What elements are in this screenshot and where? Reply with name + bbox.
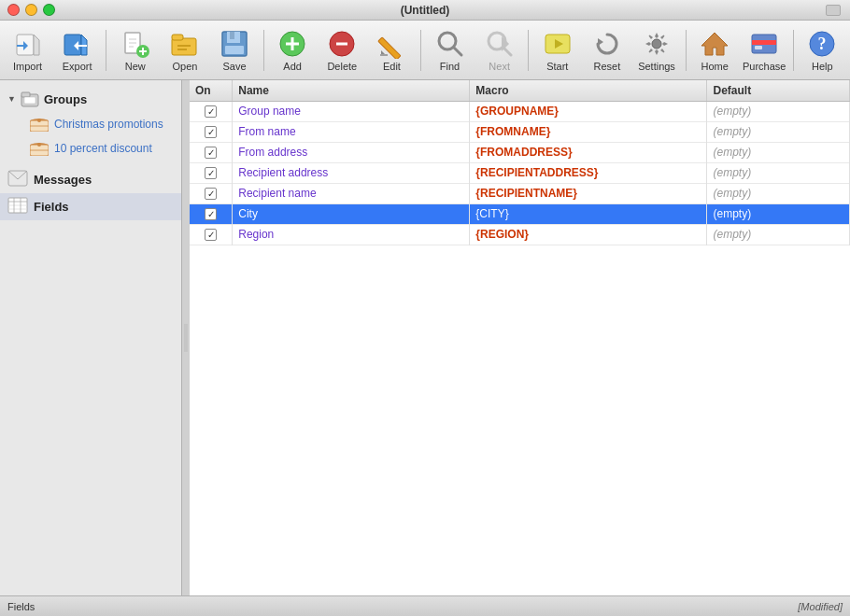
edit-button[interactable]: Edit (368, 23, 416, 77)
import-button[interactable]: Import (4, 23, 51, 77)
window-zoom-button[interactable] (826, 5, 841, 16)
field-macro: {REGION} (475, 228, 529, 241)
home-label: Home (701, 61, 728, 72)
settings-button[interactable]: Settings (632, 23, 680, 77)
cell-on: ✓ (190, 183, 233, 203)
field-name: Group name (238, 105, 301, 118)
svg-rect-49 (21, 92, 30, 97)
cell-on: ✓ (190, 224, 233, 245)
window-controls[interactable] (7, 4, 55, 16)
checkbox[interactable]: ✓ (205, 208, 217, 220)
cell-default: (empty) (707, 162, 850, 183)
svg-marker-31 (381, 50, 385, 54)
open-button[interactable]: Open (161, 23, 208, 77)
content-panel: On Name Macro Default ✓Group name{GROUPN… (190, 80, 850, 595)
help-button[interactable]: ? Help (799, 23, 846, 77)
cell-default: (empty) (707, 183, 850, 203)
table-row[interactable]: ✓Recipient name{RECIPIENTNAME}(empty) (190, 183, 850, 203)
find-button[interactable]: Find (426, 23, 474, 77)
maximize-button[interactable] (43, 4, 55, 16)
table-row[interactable]: ✓Group name{GROUPNAME}(empty) (190, 101, 850, 121)
sep-2 (263, 30, 264, 71)
cell-name: From name (233, 121, 470, 142)
messages-label: Messages (34, 173, 92, 187)
sidebar-resize-handle[interactable] (182, 80, 190, 595)
messages-icon (7, 170, 28, 189)
table-header-row: On Name Macro Default (190, 80, 850, 101)
minimize-button[interactable] (25, 4, 37, 16)
new-button[interactable]: New (111, 23, 159, 77)
add-button[interactable]: Add (269, 23, 317, 77)
cell-default: (empty) (707, 142, 850, 162)
cell-name: Region (233, 224, 470, 245)
checkbox[interactable]: ✓ (205, 167, 217, 179)
checkbox[interactable]: ✓ (205, 188, 217, 200)
cell-on: ✓ (190, 162, 233, 183)
export-button[interactable]: Export (53, 23, 101, 77)
field-default: (empty) (713, 125, 751, 138)
svg-text:?: ? (818, 35, 827, 53)
cell-macro: {RECIPIENTADDRESS} (470, 162, 707, 183)
checkbox[interactable]: ✓ (205, 147, 217, 159)
next-icon (485, 29, 515, 59)
delete-label: Delete (327, 61, 357, 72)
table-scroll-area[interactable]: On Name Macro Default ✓Group name{GROUPN… (190, 80, 850, 595)
col-header-name: Name (233, 80, 470, 101)
sidebar-item-messages[interactable]: Messages (0, 166, 181, 193)
close-button[interactable] (7, 4, 20, 16)
add-label: Add (283, 61, 302, 72)
field-name: Recipient address (238, 166, 328, 179)
reset-button[interactable]: Reset (583, 23, 630, 77)
col-header-on: On (190, 80, 233, 101)
svg-rect-50 (24, 97, 35, 104)
start-label: Start (546, 61, 568, 72)
svg-rect-45 (755, 46, 762, 49)
table-row[interactable]: ✓City{CITY}(empty) (190, 203, 850, 224)
sep-6 (793, 30, 794, 71)
sep-3 (420, 30, 421, 71)
purchase-button[interactable]: Purchase (741, 23, 788, 77)
save-icon (220, 29, 249, 59)
checkbox[interactable]: ✓ (205, 126, 217, 138)
help-icon: ? (807, 29, 837, 59)
new-icon (120, 29, 150, 59)
table-row[interactable]: ✓From name{FROMNAME}(empty) (190, 121, 850, 142)
sidebar-item-discount[interactable]: 10 percent discount (0, 136, 181, 161)
status-right: [Modified] (798, 601, 843, 612)
save-button[interactable]: Save (210, 23, 258, 77)
field-macro: {FROMADDRESS} (475, 146, 572, 159)
table-row[interactable]: ✓Recipient address{RECIPIENTADDRESS}(emp… (190, 162, 850, 183)
checkbox[interactable]: ✓ (205, 229, 217, 241)
field-default: (empty) (713, 146, 751, 159)
discount-label: 10 percent discount (54, 142, 152, 155)
field-macro: {GROUPNAME} (475, 105, 559, 118)
delete-button[interactable]: Delete (319, 23, 366, 77)
checkbox[interactable]: ✓ (205, 105, 217, 118)
svg-marker-42 (701, 33, 728, 55)
groups-icon (20, 89, 40, 109)
add-icon (277, 29, 307, 59)
christmas-label: Christmas promotions (54, 118, 163, 131)
sidebar: ▼ Groups (0, 80, 182, 595)
help-label: Help (812, 61, 833, 72)
groups-header[interactable]: ▼ Groups (0, 86, 181, 112)
import-label: Import (13, 61, 42, 72)
cell-macro: {REGION} (470, 224, 707, 245)
home-button[interactable]: Home (691, 23, 739, 77)
groups-triangle: ▼ (7, 94, 16, 104)
table-row[interactable]: ✓From address{FROMADDRESS}(empty) (190, 142, 850, 162)
start-button[interactable]: Start (533, 23, 581, 77)
christmas-icon (30, 115, 49, 133)
cell-default: (empty) (707, 203, 850, 224)
sidebar-item-christmas[interactable]: Christmas promotions (0, 112, 181, 136)
reset-icon (592, 29, 622, 59)
next-button[interactable]: Next (475, 23, 523, 77)
sidebar-item-fields[interactable]: Fields (0, 193, 181, 220)
table-row[interactable]: ✓Region{REGION}(empty) (190, 224, 850, 245)
main-area: ▼ Groups (0, 80, 850, 595)
settings-label: Settings (638, 61, 675, 72)
find-icon (435, 29, 465, 59)
cell-name: Recipient name (233, 183, 470, 203)
import-icon (13, 29, 43, 59)
field-macro: {FROMNAME} (475, 125, 550, 138)
